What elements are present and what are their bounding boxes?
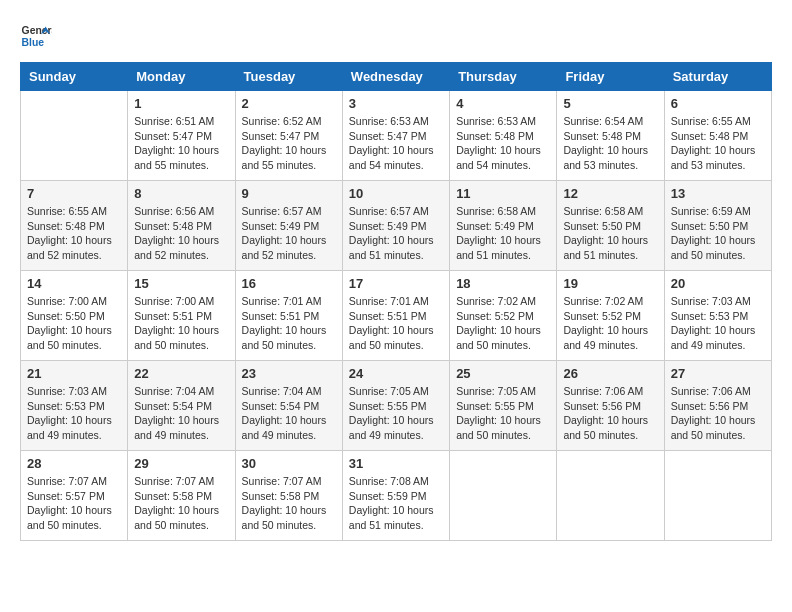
day-number: 22 [134,366,228,381]
day-number: 23 [242,366,336,381]
day-number: 17 [349,276,443,291]
day-number: 28 [27,456,121,471]
day-number: 21 [27,366,121,381]
day-info: Sunrise: 6:51 AMSunset: 5:47 PMDaylight:… [134,114,228,173]
calendar-cell: 26Sunrise: 7:06 AMSunset: 5:56 PMDayligh… [557,361,664,451]
page-header: General Blue [20,20,772,52]
calendar-cell: 6Sunrise: 6:55 AMSunset: 5:48 PMDaylight… [664,91,771,181]
day-info: Sunrise: 7:04 AMSunset: 5:54 PMDaylight:… [134,384,228,443]
day-info: Sunrise: 6:58 AMSunset: 5:49 PMDaylight:… [456,204,550,263]
day-info: Sunrise: 6:55 AMSunset: 5:48 PMDaylight:… [27,204,121,263]
calendar-cell: 28Sunrise: 7:07 AMSunset: 5:57 PMDayligh… [21,451,128,541]
day-number: 14 [27,276,121,291]
calendar-cell: 20Sunrise: 7:03 AMSunset: 5:53 PMDayligh… [664,271,771,361]
calendar-cell: 7Sunrise: 6:55 AMSunset: 5:48 PMDaylight… [21,181,128,271]
weekday-header-sunday: Sunday [21,63,128,91]
day-info: Sunrise: 6:54 AMSunset: 5:48 PMDaylight:… [563,114,657,173]
calendar-cell: 18Sunrise: 7:02 AMSunset: 5:52 PMDayligh… [450,271,557,361]
day-info: Sunrise: 6:58 AMSunset: 5:50 PMDaylight:… [563,204,657,263]
day-info: Sunrise: 7:07 AMSunset: 5:58 PMDaylight:… [242,474,336,533]
calendar-week-5: 28Sunrise: 7:07 AMSunset: 5:57 PMDayligh… [21,451,772,541]
day-info: Sunrise: 7:06 AMSunset: 5:56 PMDaylight:… [671,384,765,443]
calendar-cell [557,451,664,541]
calendar-cell: 17Sunrise: 7:01 AMSunset: 5:51 PMDayligh… [342,271,449,361]
day-info: Sunrise: 7:07 AMSunset: 5:57 PMDaylight:… [27,474,121,533]
day-info: Sunrise: 6:53 AMSunset: 5:47 PMDaylight:… [349,114,443,173]
day-number: 19 [563,276,657,291]
day-info: Sunrise: 6:52 AMSunset: 5:47 PMDaylight:… [242,114,336,173]
day-info: Sunrise: 7:04 AMSunset: 5:54 PMDaylight:… [242,384,336,443]
weekday-header-tuesday: Tuesday [235,63,342,91]
svg-text:Blue: Blue [22,37,45,48]
weekday-header-saturday: Saturday [664,63,771,91]
day-number: 10 [349,186,443,201]
day-number: 31 [349,456,443,471]
day-number: 27 [671,366,765,381]
weekday-header-friday: Friday [557,63,664,91]
calendar-cell [450,451,557,541]
day-number: 7 [27,186,121,201]
day-number: 6 [671,96,765,111]
calendar-cell: 16Sunrise: 7:01 AMSunset: 5:51 PMDayligh… [235,271,342,361]
day-info: Sunrise: 7:05 AMSunset: 5:55 PMDaylight:… [349,384,443,443]
day-info: Sunrise: 7:02 AMSunset: 5:52 PMDaylight:… [456,294,550,353]
day-number: 1 [134,96,228,111]
day-info: Sunrise: 6:56 AMSunset: 5:48 PMDaylight:… [134,204,228,263]
day-info: Sunrise: 6:57 AMSunset: 5:49 PMDaylight:… [349,204,443,263]
calendar-cell: 19Sunrise: 7:02 AMSunset: 5:52 PMDayligh… [557,271,664,361]
day-number: 11 [456,186,550,201]
day-info: Sunrise: 6:53 AMSunset: 5:48 PMDaylight:… [456,114,550,173]
day-info: Sunrise: 6:59 AMSunset: 5:50 PMDaylight:… [671,204,765,263]
calendar-cell: 12Sunrise: 6:58 AMSunset: 5:50 PMDayligh… [557,181,664,271]
calendar-cell: 3Sunrise: 6:53 AMSunset: 5:47 PMDaylight… [342,91,449,181]
weekday-header-wednesday: Wednesday [342,63,449,91]
calendar-week-1: 1Sunrise: 6:51 AMSunset: 5:47 PMDaylight… [21,91,772,181]
calendar-cell: 2Sunrise: 6:52 AMSunset: 5:47 PMDaylight… [235,91,342,181]
calendar-cell: 31Sunrise: 7:08 AMSunset: 5:59 PMDayligh… [342,451,449,541]
calendar-cell: 23Sunrise: 7:04 AMSunset: 5:54 PMDayligh… [235,361,342,451]
logo: General Blue [20,20,52,52]
day-number: 16 [242,276,336,291]
calendar-cell: 5Sunrise: 6:54 AMSunset: 5:48 PMDaylight… [557,91,664,181]
day-number: 4 [456,96,550,111]
calendar-cell: 15Sunrise: 7:00 AMSunset: 5:51 PMDayligh… [128,271,235,361]
calendar-cell: 8Sunrise: 6:56 AMSunset: 5:48 PMDaylight… [128,181,235,271]
calendar-cell: 14Sunrise: 7:00 AMSunset: 5:50 PMDayligh… [21,271,128,361]
day-number: 18 [456,276,550,291]
calendar-cell: 11Sunrise: 6:58 AMSunset: 5:49 PMDayligh… [450,181,557,271]
day-info: Sunrise: 7:03 AMSunset: 5:53 PMDaylight:… [27,384,121,443]
calendar-cell [21,91,128,181]
day-info: Sunrise: 7:00 AMSunset: 5:51 PMDaylight:… [134,294,228,353]
calendar-cell: 9Sunrise: 6:57 AMSunset: 5:49 PMDaylight… [235,181,342,271]
day-info: Sunrise: 7:07 AMSunset: 5:58 PMDaylight:… [134,474,228,533]
logo-icon: General Blue [20,20,52,52]
day-number: 15 [134,276,228,291]
day-number: 30 [242,456,336,471]
day-info: Sunrise: 7:02 AMSunset: 5:52 PMDaylight:… [563,294,657,353]
calendar-cell: 10Sunrise: 6:57 AMSunset: 5:49 PMDayligh… [342,181,449,271]
calendar-week-3: 14Sunrise: 7:00 AMSunset: 5:50 PMDayligh… [21,271,772,361]
day-info: Sunrise: 7:06 AMSunset: 5:56 PMDaylight:… [563,384,657,443]
day-info: Sunrise: 7:01 AMSunset: 5:51 PMDaylight:… [242,294,336,353]
calendar-table: SundayMondayTuesdayWednesdayThursdayFrid… [20,62,772,541]
day-number: 26 [563,366,657,381]
day-number: 8 [134,186,228,201]
day-info: Sunrise: 6:57 AMSunset: 5:49 PMDaylight:… [242,204,336,263]
weekday-header-thursday: Thursday [450,63,557,91]
day-info: Sunrise: 7:01 AMSunset: 5:51 PMDaylight:… [349,294,443,353]
day-number: 29 [134,456,228,471]
day-number: 13 [671,186,765,201]
day-number: 3 [349,96,443,111]
weekday-header-row: SundayMondayTuesdayWednesdayThursdayFrid… [21,63,772,91]
calendar-cell: 29Sunrise: 7:07 AMSunset: 5:58 PMDayligh… [128,451,235,541]
calendar-cell: 13Sunrise: 6:59 AMSunset: 5:50 PMDayligh… [664,181,771,271]
day-number: 2 [242,96,336,111]
day-number: 25 [456,366,550,381]
day-info: Sunrise: 7:05 AMSunset: 5:55 PMDaylight:… [456,384,550,443]
day-number: 5 [563,96,657,111]
calendar-cell: 24Sunrise: 7:05 AMSunset: 5:55 PMDayligh… [342,361,449,451]
calendar-cell: 27Sunrise: 7:06 AMSunset: 5:56 PMDayligh… [664,361,771,451]
calendar-week-4: 21Sunrise: 7:03 AMSunset: 5:53 PMDayligh… [21,361,772,451]
calendar-cell: 4Sunrise: 6:53 AMSunset: 5:48 PMDaylight… [450,91,557,181]
day-number: 20 [671,276,765,291]
